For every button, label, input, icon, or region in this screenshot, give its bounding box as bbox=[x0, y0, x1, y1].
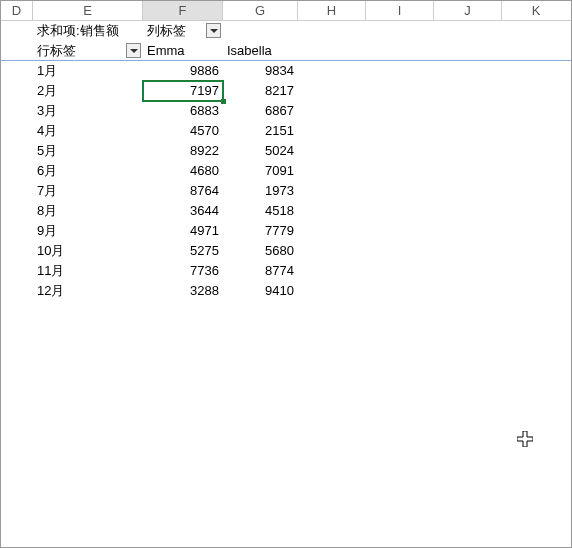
blank-cell[interactable] bbox=[223, 21, 298, 41]
pivot-field-row: 求和项:销售额 列标签 bbox=[1, 21, 571, 41]
col-head-G[interactable]: G bbox=[223, 1, 298, 20]
data-cell[interactable]: 5024 bbox=[223, 141, 298, 161]
blank-cell[interactable] bbox=[1, 81, 33, 101]
table-row: 2月71978217 bbox=[1, 81, 571, 101]
blank-cell[interactable] bbox=[1, 41, 33, 60]
blank-cell[interactable] bbox=[1, 181, 33, 201]
data-cell[interactable]: 1973 bbox=[223, 181, 298, 201]
row-label[interactable]: 6月 bbox=[33, 161, 143, 181]
blank-cell[interactable] bbox=[1, 221, 33, 241]
data-cell[interactable]: 6867 bbox=[223, 101, 298, 121]
row-label[interactable]: 8月 bbox=[33, 201, 143, 221]
data-cell[interactable]: 6883 bbox=[143, 101, 223, 121]
blank-cell[interactable] bbox=[1, 261, 33, 281]
row-label[interactable]: 7月 bbox=[33, 181, 143, 201]
row-label[interactable]: 2月 bbox=[33, 81, 143, 101]
data-cell[interactable]: 5680 bbox=[223, 241, 298, 261]
column-filter-dropdown-icon[interactable] bbox=[206, 23, 221, 38]
pivot-header-row: 行标签 Emma Isabella bbox=[1, 41, 571, 61]
pivot-column-field-label: 列标签 bbox=[147, 23, 186, 38]
table-row: 1月98869834 bbox=[1, 61, 571, 81]
col-head-H[interactable]: H bbox=[298, 1, 366, 20]
cursor-cross-icon bbox=[517, 431, 533, 451]
row-label[interactable]: 11月 bbox=[33, 261, 143, 281]
data-cell[interactable]: 7779 bbox=[223, 221, 298, 241]
table-row: 4月45702151 bbox=[1, 121, 571, 141]
blank-cell[interactable] bbox=[1, 121, 33, 141]
data-cell[interactable]: 4680 bbox=[143, 161, 223, 181]
table-row: 11月77368774 bbox=[1, 261, 571, 281]
data-cell[interactable]: 5275 bbox=[143, 241, 223, 261]
data-cell[interactable]: 8217 bbox=[223, 81, 298, 101]
table-row: 6月46807091 bbox=[1, 161, 571, 181]
grid-body[interactable]: 求和项:销售额 列标签 行标签 Emma Isabella 1月98869834… bbox=[1, 21, 571, 301]
blank-cell[interactable] bbox=[1, 101, 33, 121]
column-header-row: D E F G H I J K bbox=[1, 1, 571, 21]
blank-cell[interactable] bbox=[1, 61, 33, 81]
data-cell[interactable]: 3644 bbox=[143, 201, 223, 221]
row-label[interactable]: 12月 bbox=[33, 281, 143, 301]
row-label[interactable]: 5月 bbox=[33, 141, 143, 161]
col-head-D[interactable]: D bbox=[1, 1, 33, 20]
col-head-K[interactable]: K bbox=[502, 1, 570, 20]
data-cell[interactable]: 7091 bbox=[223, 161, 298, 181]
pivot-col-header-2[interactable]: Isabella bbox=[223, 41, 298, 60]
col-head-I[interactable]: I bbox=[366, 1, 434, 20]
pivot-col-header-1[interactable]: Emma bbox=[143, 41, 223, 60]
table-row: 8月36444518 bbox=[1, 201, 571, 221]
data-cell[interactable]: 8922 bbox=[143, 141, 223, 161]
blank-cell[interactable] bbox=[1, 21, 33, 41]
col-head-F[interactable]: F bbox=[143, 1, 223, 20]
row-label[interactable]: 10月 bbox=[33, 241, 143, 261]
row-label[interactable]: 1月 bbox=[33, 61, 143, 81]
blank-cell[interactable] bbox=[1, 241, 33, 261]
pivot-value-field[interactable]: 求和项:销售额 bbox=[33, 21, 143, 41]
data-cell[interactable]: 9886 bbox=[143, 61, 223, 81]
table-row: 10月52755680 bbox=[1, 241, 571, 261]
col-head-J[interactable]: J bbox=[434, 1, 502, 20]
pivot-value-field-label: 求和项:销售额 bbox=[37, 23, 119, 38]
pivot-row-field-label: 行标签 bbox=[37, 43, 76, 58]
table-row: 5月89225024 bbox=[1, 141, 571, 161]
row-filter-dropdown-icon[interactable] bbox=[126, 43, 141, 58]
data-cell[interactable]: 4971 bbox=[143, 221, 223, 241]
data-cell[interactable]: 7197 bbox=[143, 81, 223, 101]
row-label[interactable]: 3月 bbox=[33, 101, 143, 121]
blank-cell[interactable] bbox=[1, 281, 33, 301]
data-cell[interactable]: 4518 bbox=[223, 201, 298, 221]
data-cell[interactable]: 9410 bbox=[223, 281, 298, 301]
data-cell[interactable]: 9834 bbox=[223, 61, 298, 81]
blank-cell[interactable] bbox=[1, 201, 33, 221]
data-cell[interactable]: 8764 bbox=[143, 181, 223, 201]
data-cell[interactable]: 3288 bbox=[143, 281, 223, 301]
blank-cell[interactable] bbox=[1, 161, 33, 181]
data-cell[interactable]: 7736 bbox=[143, 261, 223, 281]
pivot-column-field[interactable]: 列标签 bbox=[143, 21, 223, 41]
table-row: 12月32889410 bbox=[1, 281, 571, 301]
table-row: 3月68836867 bbox=[1, 101, 571, 121]
spreadsheet-area[interactable]: D E F G H I J K 求和项:销售额 列标签 行标签 bbox=[0, 0, 572, 548]
row-label[interactable]: 4月 bbox=[33, 121, 143, 141]
pivot-row-field[interactable]: 行标签 bbox=[33, 41, 143, 60]
blank-cell[interactable] bbox=[1, 141, 33, 161]
table-row: 7月87641973 bbox=[1, 181, 571, 201]
data-cell[interactable]: 8774 bbox=[223, 261, 298, 281]
row-label[interactable]: 9月 bbox=[33, 221, 143, 241]
data-cell[interactable]: 2151 bbox=[223, 121, 298, 141]
table-row: 9月49717779 bbox=[1, 221, 571, 241]
col-head-E[interactable]: E bbox=[33, 1, 143, 20]
data-cell[interactable]: 4570 bbox=[143, 121, 223, 141]
